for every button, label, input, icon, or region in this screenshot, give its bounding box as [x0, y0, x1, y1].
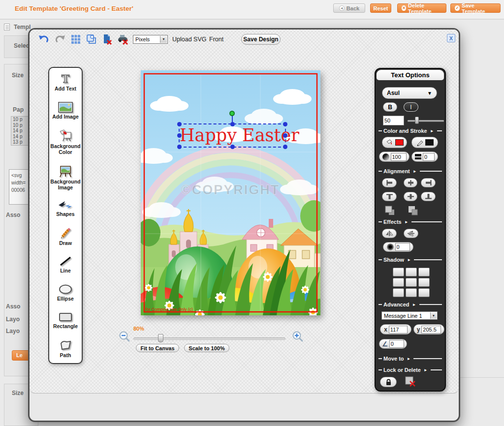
- bring-to-front-button[interactable]: [384, 205, 396, 216]
- font-size-slider-thumb[interactable]: [415, 117, 419, 124]
- lock-icon: [385, 379, 392, 386]
- shadow-direction-nw-button[interactable]: [393, 268, 404, 276]
- rotation-angle-control[interactable]: ∠: [379, 339, 407, 349]
- fill-color-button[interactable]: [382, 137, 407, 148]
- selected-text[interactable]: Happy Easter: [180, 123, 285, 148]
- tool-add-image[interactable]: Add Image: [49, 102, 82, 120]
- opacity-icon: [382, 153, 389, 160]
- align-right-button[interactable]: [421, 178, 436, 187]
- zoom-slider-track[interactable]: [133, 337, 285, 340]
- assoc-label: Asso: [6, 212, 20, 218]
- redo-icon[interactable]: [54, 33, 65, 45]
- assoc-label-2: Asso: [6, 303, 20, 310]
- scale-to-100-button[interactable]: Scale to 100%: [184, 344, 229, 352]
- stroke-color-button[interactable]: [411, 137, 438, 148]
- text-tool-icon: T: [59, 73, 72, 85]
- stroke-width-input[interactable]: [423, 153, 435, 161]
- shadow-direction-n-button[interactable]: [406, 268, 417, 276]
- easter-card-artwork: ©COPYRIGHT: [141, 70, 320, 315]
- align-center-h-button[interactable]: [404, 178, 417, 187]
- size-label: Size: [12, 72, 24, 79]
- text-selection-box[interactable]: Happy Easter: [179, 123, 286, 148]
- resize-handle-n[interactable]: [230, 122, 235, 126]
- tool-shapes[interactable]: Shapes: [49, 200, 82, 217]
- paste-icon[interactable]: [86, 33, 97, 45]
- send-to-back-button[interactable]: [407, 205, 419, 216]
- flip-vertical-button[interactable]: [404, 229, 418, 238]
- units-select[interactable]: Pixels ▼: [133, 35, 168, 44]
- tool-draw[interactable]: Draw: [49, 227, 82, 246]
- font-family-select[interactable]: Asul ▼: [382, 87, 437, 99]
- upload-svg-link[interactable]: Upload SVG: [172, 36, 206, 43]
- fit-to-canvas-button[interactable]: Fit to Canvas: [136, 344, 179, 352]
- flip-horizontal-button[interactable]: [382, 229, 397, 238]
- save-design-button[interactable]: Save Design: [241, 34, 281, 45]
- font-size-slider-track[interactable]: [408, 120, 444, 122]
- line-icon: [59, 256, 72, 267]
- stroke-width-control[interactable]: [411, 152, 438, 162]
- zoom-slider-thumb[interactable]: [158, 334, 163, 342]
- x-position-control[interactable]: x: [380, 324, 411, 335]
- delete-layer-button[interactable]: [405, 376, 416, 388]
- align-top-button[interactable]: [382, 192, 397, 201]
- shadow-direction-ne-button[interactable]: [418, 268, 430, 276]
- y-position-control[interactable]: y: [413, 324, 444, 335]
- lock-button[interactable]: [380, 377, 397, 387]
- opacity-control[interactable]: [379, 152, 410, 162]
- align-middle-button[interactable]: [404, 192, 417, 201]
- resize-handle-sw[interactable]: [177, 145, 182, 149]
- delete-template-button[interactable]: ✕ Delete Template: [397, 3, 446, 13]
- resize-handle-nw[interactable]: [177, 122, 182, 126]
- layer-select[interactable]: Message Line 1 ▼: [381, 311, 438, 320]
- tool-background-color[interactable]: Background Color: [49, 129, 82, 155]
- resize-handle-se[interactable]: [283, 145, 287, 149]
- shadow-direction-w-button[interactable]: [393, 278, 404, 287]
- opacity-input[interactable]: [391, 153, 407, 161]
- resize-handle-ne[interactable]: [283, 122, 287, 126]
- shadow-direction-center-button[interactable]: [406, 278, 417, 287]
- tool-ellipse[interactable]: Ellipse: [49, 284, 82, 302]
- flip-vertical-icon: [407, 230, 415, 237]
- design-area: Pixels ▼ Upload SVG Front Save Design X …: [30, 30, 459, 394]
- flip-horizontal-icon: [385, 230, 393, 237]
- reset-button[interactable]: Reset: [370, 3, 391, 13]
- grid-icon[interactable]: [70, 33, 81, 45]
- bold-button[interactable]: B: [383, 102, 397, 112]
- resize-handle-e[interactable]: [283, 133, 287, 138]
- shadow-direction-sw-button[interactable]: [393, 288, 404, 297]
- tool-line[interactable]: Line: [49, 256, 82, 274]
- shadow-direction-s-button[interactable]: [406, 288, 417, 297]
- resize-handle-s[interactable]: [230, 145, 235, 149]
- resize-handle-w[interactable]: [177, 133, 182, 138]
- tool-path[interactable]: Path: [49, 339, 82, 359]
- clear-image-icon[interactable]: [117, 33, 128, 45]
- zoom-in-icon[interactable]: [292, 331, 304, 342]
- italic-button[interactable]: I: [404, 102, 418, 112]
- clear-document-icon[interactable]: [101, 33, 113, 45]
- undo-icon[interactable]: [38, 33, 50, 45]
- close-icon[interactable]: X: [447, 34, 455, 42]
- align-bottom-button[interactable]: [421, 192, 436, 201]
- rotation-handle[interactable]: [229, 111, 235, 116]
- y-position-input[interactable]: [421, 326, 441, 334]
- x-position-input[interactable]: [389, 326, 408, 334]
- rectangle-icon: [58, 311, 73, 322]
- card-canvas[interactable]: ©COPYRIGHT: [141, 70, 320, 315]
- tool-rectangle[interactable]: Rectangle: [49, 311, 82, 330]
- rotation-angle-input[interactable]: [389, 340, 404, 348]
- editor-modal: Pixels ▼ Upload SVG Front Save Design X …: [28, 28, 460, 422]
- shadow-direction-e-button[interactable]: [418, 278, 430, 287]
- tool-add-text[interactable]: T Add Text: [49, 73, 82, 92]
- section-arrow-icon: ►: [413, 169, 417, 174]
- tool-background-image[interactable]: Background Image: [49, 165, 82, 190]
- align-left-button[interactable]: [382, 178, 397, 187]
- blur-control[interactable]: [383, 242, 413, 252]
- align-middle-icon: [407, 193, 414, 200]
- template-doc-icon: [4, 24, 10, 30]
- font-size-input[interactable]: [383, 116, 404, 125]
- zoom-out-icon[interactable]: [119, 331, 130, 342]
- save-template-button[interactable]: ✓ Save Template: [450, 3, 501, 13]
- back-button[interactable]: ◂ Back: [333, 3, 365, 13]
- shadow-direction-se-button[interactable]: [418, 288, 430, 297]
- blur-input[interactable]: [395, 243, 410, 251]
